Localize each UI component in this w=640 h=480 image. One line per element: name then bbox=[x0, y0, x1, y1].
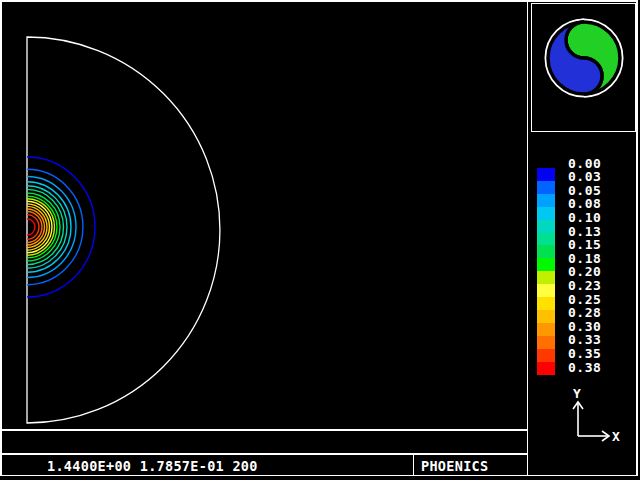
plot-bottom-divider bbox=[0, 429, 528, 431]
legend-swatch bbox=[537, 284, 555, 297]
legend-swatch bbox=[537, 362, 555, 375]
legend-swatch bbox=[537, 258, 555, 271]
legend-label: 0.35 bbox=[568, 347, 601, 360]
phoenics-box-divider bbox=[413, 453, 415, 475]
legend-label: 0.33 bbox=[568, 333, 601, 346]
phoenics-logo-icon bbox=[532, 4, 634, 130]
legend-label: 0.38 bbox=[568, 361, 601, 374]
frame-top bbox=[0, 0, 638, 2]
legend-label: 0.03 bbox=[568, 170, 601, 183]
legend-swatch bbox=[537, 271, 555, 284]
legend-swatch bbox=[537, 168, 555, 181]
contour-ring bbox=[27, 219, 35, 235]
status-bar-divider bbox=[0, 453, 528, 455]
legend-swatch bbox=[537, 181, 555, 194]
legend-label: 0.23 bbox=[568, 279, 601, 292]
right-panel-divider bbox=[527, 0, 529, 476]
legend-swatch bbox=[537, 233, 555, 246]
legend-label: 0.08 bbox=[568, 197, 601, 210]
legend-label: 0.15 bbox=[568, 238, 601, 251]
legend-swatch bbox=[537, 297, 555, 310]
legend-label: 0.00 bbox=[568, 157, 601, 170]
frame-left bbox=[0, 0, 2, 476]
legend-label: 0.25 bbox=[568, 293, 601, 306]
frame-bottom bbox=[0, 475, 638, 477]
legend-swatch bbox=[537, 323, 555, 336]
contour-plot bbox=[0, 0, 528, 430]
legend-swatch bbox=[537, 220, 555, 233]
legend-swatch bbox=[537, 207, 555, 220]
phoenics-screen: 1.4400E+00 1.7857E-01 200 PHOENICS 0.000… bbox=[0, 0, 640, 480]
legend-swatch bbox=[537, 349, 555, 362]
legend-label: 0.13 bbox=[568, 225, 601, 238]
app-name-label: PHOENICS bbox=[421, 458, 488, 474]
status-values-readout: 1.4400E+00 1.7857E-01 200 bbox=[47, 458, 258, 474]
legend-label: 0.18 bbox=[568, 252, 601, 265]
legend-label: 0.20 bbox=[568, 265, 601, 278]
legend-swatch bbox=[537, 194, 555, 207]
legend-swatch bbox=[537, 336, 555, 349]
legend-label: 0.30 bbox=[568, 320, 601, 333]
logo-box bbox=[531, 3, 636, 132]
legend-label: 0.28 bbox=[568, 306, 601, 319]
frame-right bbox=[636, 0, 638, 476]
legend-label: 0.05 bbox=[568, 184, 601, 197]
legend-swatch bbox=[537, 310, 555, 323]
legend-swatch bbox=[537, 245, 555, 258]
axis-arrows-icon bbox=[552, 382, 622, 442]
legend-label: 0.10 bbox=[568, 211, 601, 224]
